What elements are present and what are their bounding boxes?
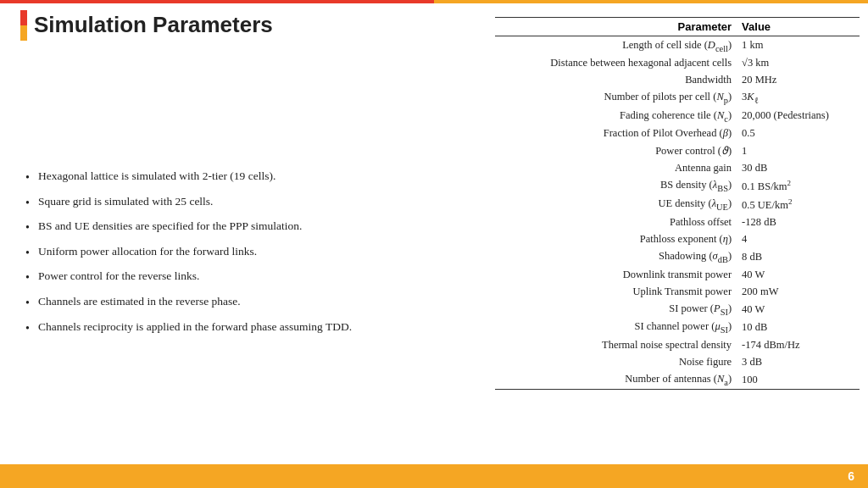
table-cell-param: Shadowing (σdB) xyxy=(495,248,737,267)
table-cell-param: Uplink Transmit power xyxy=(495,283,737,300)
table-cell-param: SI power (PSI) xyxy=(495,300,737,319)
list-item: BS and UE densities are specified for th… xyxy=(25,219,483,236)
table-cell-value: 10 dB xyxy=(737,319,860,337)
list-item: Hexagonal lattice is simulated with 2-ti… xyxy=(25,169,483,186)
page-number: 6 xyxy=(848,469,854,483)
table-cell-value: 20 MHz xyxy=(737,72,860,89)
table-cell-value: 8 dB xyxy=(737,248,860,267)
table-cell-value: 0.5 UE/km2 xyxy=(737,196,860,214)
table-cell-param: Noise figure xyxy=(495,353,737,370)
table-cell-value: 0.1 BS/km2 xyxy=(737,177,860,196)
table-cell-value: 200 mW xyxy=(737,283,860,300)
table-cell-value: 100 xyxy=(737,370,860,389)
table-cell-param: Pathloss offset xyxy=(495,214,737,231)
bullet-list: Hexagonal lattice is simulated with 2-ti… xyxy=(25,169,483,336)
table-row: Pathloss offset -128 dB xyxy=(495,214,860,231)
table-cell-param: Fading coherence tile (Nc) xyxy=(495,107,737,125)
parameter-table: Parameter Value Length of cell side (Dce… xyxy=(495,17,860,390)
list-item: Square grid is simulated with 25 cells. xyxy=(25,195,483,212)
page-title: Simulation Parameters xyxy=(34,12,273,38)
accent-orange xyxy=(20,25,27,41)
table-cell-param: SI channel power (μSI) xyxy=(495,319,737,337)
table-cell-param: Number of pilots per cell (Np) xyxy=(495,89,737,108)
table-row: Bandwidth 20 MHz xyxy=(495,72,860,89)
table-cell-param: Fraction of Pilot Overhead (β) xyxy=(495,125,737,142)
table-cell-value: 40 W xyxy=(737,300,860,319)
table-row: Shadowing (σdB) 8 dB xyxy=(495,248,860,267)
title-accent xyxy=(20,10,27,41)
table-cell-param: Length of cell side (Dcell) xyxy=(495,36,737,55)
table-row: Number of pilots per cell (Np) 3Kℓ xyxy=(495,89,860,108)
table-cell-param: UE density (λUE) xyxy=(495,196,737,214)
table-cell-value: -174 dBm/Hz xyxy=(737,336,860,353)
table-row: Length of cell side (Dcell) 1 km xyxy=(495,36,860,55)
table-row: Thermal noise spectral density -174 dBm/… xyxy=(495,336,860,353)
list-item: Power control for the reverse links. xyxy=(25,269,483,286)
table-cell-param: BS density (λBS) xyxy=(495,177,737,196)
left-content-area: Hexagonal lattice is simulated with 2-ti… xyxy=(25,68,483,454)
table-cell-value: 20,000 (Pedestrians) xyxy=(737,107,860,125)
list-item: Channels are estimated in the reverse ph… xyxy=(25,295,483,312)
parameter-table-container: Parameter Value Length of cell side (Dce… xyxy=(495,17,860,454)
table-row: Fraction of Pilot Overhead (β) 0.5 xyxy=(495,125,860,142)
table-row: Power control (ϑ) 1 xyxy=(495,142,860,160)
table-row: Fading coherence tile (Nc) 20,000 (Pedes… xyxy=(495,107,860,125)
table-cell-param: Distance between hexagonal adjacent cell… xyxy=(495,55,737,72)
table-cell-param: Power control (ϑ) xyxy=(495,142,737,160)
table-row: SI channel power (μSI) 10 dB xyxy=(495,319,860,337)
table-cell-value: 1 xyxy=(737,142,860,160)
table-row: Number of antennas (Na) 100 xyxy=(495,370,860,389)
table-row: UE density (λUE) 0.5 UE/km2 xyxy=(495,196,860,214)
table-row: BS density (λBS) 0.1 BS/km2 xyxy=(495,177,860,196)
table-row: Distance between hexagonal adjacent cell… xyxy=(495,55,860,72)
table-cell-param: Number of antennas (Na) xyxy=(495,370,737,389)
table-header-value: Value xyxy=(737,18,860,36)
table-row: Uplink Transmit power 200 mW xyxy=(495,283,860,300)
top-accent-bar xyxy=(0,0,868,3)
table-cell-param: Pathloss exponent (η) xyxy=(495,231,737,248)
table-row: Antenna gain 30 dB xyxy=(495,160,860,177)
list-item: Channels reciprocity is applied in the f… xyxy=(25,320,483,337)
table-cell-value: -128 dB xyxy=(737,214,860,231)
table-cell-value: 0.5 xyxy=(737,125,860,142)
table-cell-value: 30 dB xyxy=(737,160,860,177)
list-item: Uniform power allocation for the forward… xyxy=(25,245,483,262)
table-cell-param: Antenna gain xyxy=(495,160,737,177)
accent-red xyxy=(20,10,27,25)
table-header-parameter: Parameter xyxy=(495,18,737,36)
table-cell-value: 4 xyxy=(737,231,860,248)
table-cell-value: 3 dB xyxy=(737,353,860,370)
table-cell-value: 40 W xyxy=(737,266,860,283)
table-row: SI power (PSI) 40 W xyxy=(495,300,860,319)
table-cell-param: Downlink transmit power xyxy=(495,266,737,283)
table-row: Pathloss exponent (η) 4 xyxy=(495,231,860,248)
table-row: Noise figure 3 dB xyxy=(495,353,860,370)
table-row: Downlink transmit power 40 W xyxy=(495,266,860,283)
table-cell-param: Bandwidth xyxy=(495,72,737,89)
table-cell-param: Thermal noise spectral density xyxy=(495,336,737,353)
bottom-bar: 6 xyxy=(0,464,868,488)
table-cell-value: √3 km xyxy=(737,55,860,72)
table-cell-value: 1 km xyxy=(737,36,860,55)
table-cell-value: 3Kℓ xyxy=(737,89,860,108)
